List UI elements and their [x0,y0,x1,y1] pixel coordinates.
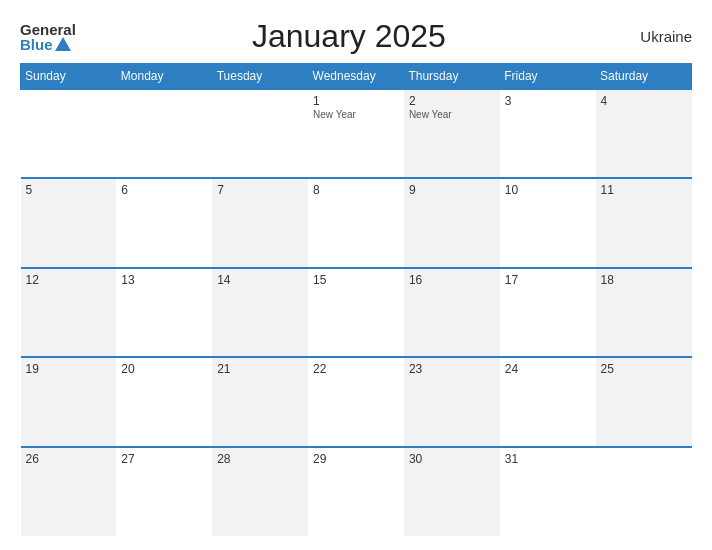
calendar-table: SundayMondayTuesdayWednesdayThursdayFrid… [20,63,692,536]
calendar-week-row: 567891011 [21,178,692,267]
day-number: 13 [121,273,207,287]
day-number: 23 [409,362,495,376]
logo-triangle-icon [55,37,71,51]
calendar-cell: 4 [596,89,692,178]
calendar-cell: 31 [500,447,596,536]
calendar-cell: 26 [21,447,117,536]
day-number: 26 [26,452,112,466]
day-number: 25 [601,362,687,376]
day-event: New Year [313,109,399,120]
calendar-week-row: 262728293031 [21,447,692,536]
calendar-cell: 3 [500,89,596,178]
day-number: 6 [121,183,207,197]
day-number: 11 [601,183,687,197]
day-number: 5 [26,183,112,197]
calendar-page: General Blue January 2025 Ukraine Sunday… [0,0,712,550]
calendar-body: 1New Year2New Year3456789101112131415161… [21,89,692,536]
calendar-cell [596,447,692,536]
calendar-cell: 21 [212,357,308,446]
calendar-cell: 24 [500,357,596,446]
day-number: 10 [505,183,591,197]
day-number: 15 [313,273,399,287]
calendar-cell: 15 [308,268,404,357]
day-number: 2 [409,94,495,108]
day-event: New Year [409,109,495,120]
calendar-cell: 10 [500,178,596,267]
weekday-header-thursday: Thursday [404,64,500,90]
day-number: 4 [601,94,687,108]
calendar-cell: 12 [21,268,117,357]
calendar-title: January 2025 [76,18,622,55]
calendar-cell: 20 [116,357,212,446]
calendar-week-row: 1New Year2New Year34 [21,89,692,178]
calendar-week-row: 19202122232425 [21,357,692,446]
logo-general-text: General [20,22,76,37]
logo-blue-text: Blue [20,37,76,52]
weekday-header-row: SundayMondayTuesdayWednesdayThursdayFrid… [21,64,692,90]
day-number: 14 [217,273,303,287]
day-number: 9 [409,183,495,197]
calendar-cell [21,89,117,178]
calendar-cell: 29 [308,447,404,536]
weekday-header-friday: Friday [500,64,596,90]
calendar-cell: 8 [308,178,404,267]
day-number: 21 [217,362,303,376]
day-number: 1 [313,94,399,108]
day-number: 7 [217,183,303,197]
weekday-header-tuesday: Tuesday [212,64,308,90]
day-number: 16 [409,273,495,287]
calendar-cell: 2New Year [404,89,500,178]
calendar-week-row: 12131415161718 [21,268,692,357]
day-number: 3 [505,94,591,108]
calendar-cell: 22 [308,357,404,446]
calendar-cell: 17 [500,268,596,357]
calendar-header: SundayMondayTuesdayWednesdayThursdayFrid… [21,64,692,90]
day-number: 29 [313,452,399,466]
calendar-cell: 9 [404,178,500,267]
weekday-header-monday: Monday [116,64,212,90]
calendar-cell [212,89,308,178]
day-number: 30 [409,452,495,466]
calendar-cell: 1New Year [308,89,404,178]
calendar-cell: 19 [21,357,117,446]
day-number: 24 [505,362,591,376]
calendar-cell: 25 [596,357,692,446]
day-number: 27 [121,452,207,466]
calendar-cell: 18 [596,268,692,357]
weekday-header-saturday: Saturday [596,64,692,90]
country-label: Ukraine [622,28,692,45]
day-number: 19 [26,362,112,376]
day-number: 17 [505,273,591,287]
calendar-cell: 6 [116,178,212,267]
day-number: 8 [313,183,399,197]
calendar-cell: 27 [116,447,212,536]
day-number: 31 [505,452,591,466]
day-number: 12 [26,273,112,287]
day-number: 20 [121,362,207,376]
day-number: 28 [217,452,303,466]
day-number: 22 [313,362,399,376]
calendar-cell: 14 [212,268,308,357]
logo: General Blue [20,22,76,52]
header: General Blue January 2025 Ukraine [20,18,692,55]
calendar-cell: 16 [404,268,500,357]
weekday-header-wednesday: Wednesday [308,64,404,90]
calendar-cell: 28 [212,447,308,536]
calendar-cell: 23 [404,357,500,446]
calendar-cell: 11 [596,178,692,267]
calendar-cell: 7 [212,178,308,267]
calendar-cell: 13 [116,268,212,357]
calendar-cell [116,89,212,178]
calendar-cell: 30 [404,447,500,536]
calendar-cell: 5 [21,178,117,267]
weekday-header-sunday: Sunday [21,64,117,90]
day-number: 18 [601,273,687,287]
